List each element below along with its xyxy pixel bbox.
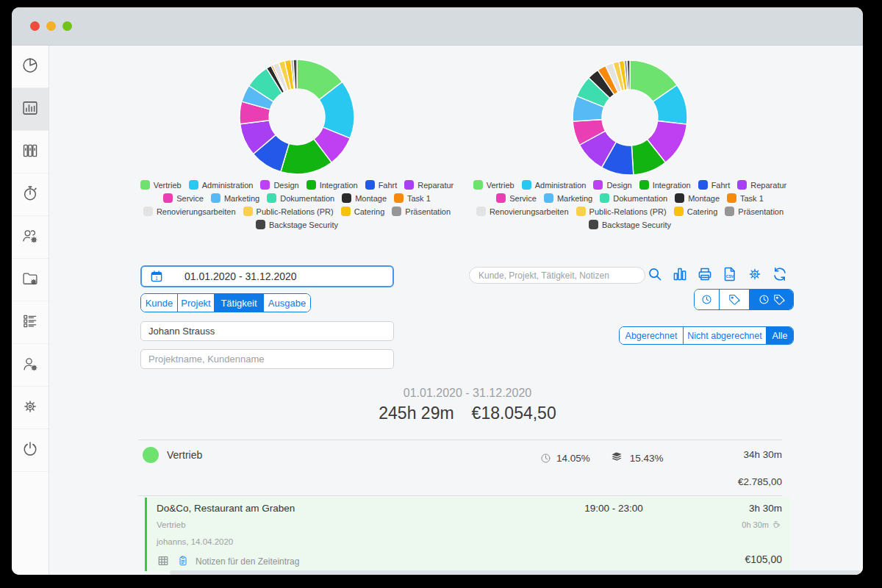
legend-swatch <box>243 207 253 216</box>
sidebar-item-settings-gear[interactable] <box>12 387 49 429</box>
minimize-window-button[interactable] <box>46 21 56 31</box>
project-filter-input[interactable] <box>140 349 394 369</box>
divider <box>138 495 782 496</box>
legend-item: Design <box>260 180 298 190</box>
sync-icon[interactable] <box>771 265 789 283</box>
legend-item: Integration <box>306 180 358 190</box>
tab-projekt[interactable]: Projekt <box>178 294 215 312</box>
legend-label: Montage <box>355 194 387 203</box>
entry-title: Do&Co, Restaurant am Graben <box>157 503 295 514</box>
bar-chart-icon <box>21 98 40 121</box>
legend-label: Renovierungsarbeiten <box>157 207 236 216</box>
sidebar-item-bar-chart[interactable] <box>12 88 49 131</box>
legend-item: Backstage Security <box>256 220 338 229</box>
timesheet-grid-icon <box>157 554 170 567</box>
tag-icon <box>773 293 786 306</box>
toggle-clock[interactable] <box>695 290 720 309</box>
category-total-time: 34h 30m <box>743 449 782 460</box>
legend-label: Service <box>176 194 204 203</box>
svg-text:CSV: CSV <box>726 274 734 279</box>
activity-filter-input[interactable] <box>140 321 394 341</box>
legend-label: Reparatur <box>750 181 786 190</box>
category-group-row[interactable]: Vertrieb 14.05% 15.43% <box>143 440 790 495</box>
legend-item: Renovierungsarbeiten <box>143 207 236 216</box>
legend-item: Dokumentation <box>267 193 334 203</box>
legend-swatch <box>675 193 684 203</box>
report-type-tabs: KundeProjektTätigkeitAusgabe <box>140 293 311 312</box>
legend-swatch <box>639 180 649 190</box>
bar-chart-small-icon[interactable] <box>671 265 689 283</box>
stopwatch-icon <box>21 184 40 206</box>
billing-filter-abgerechnet[interactable]: Abgerechnet <box>620 327 684 344</box>
billing-filter-alle[interactable]: Alle <box>767 327 793 344</box>
printer-icon[interactable] <box>696 265 714 283</box>
settings-gear-icon[interactable] <box>746 265 764 283</box>
legend-item: Administration <box>522 180 587 190</box>
legend-item: Montage <box>342 193 387 203</box>
file-csv-icon[interactable]: CSV <box>721 265 739 283</box>
legend-label: Backstage Security <box>602 220 671 229</box>
entry-category: Vertrieb <box>157 520 186 529</box>
tab-ausgabe[interactable]: Ausgabe <box>264 294 310 312</box>
legend-swatch <box>342 193 351 203</box>
sidebar-item-stopwatch[interactable] <box>12 173 49 216</box>
sidebar-item-power[interactable] <box>12 429 49 472</box>
legend-label: Integration <box>653 181 691 190</box>
search-input[interactable] <box>469 267 645 284</box>
sidebar-item-pie-chart[interactable] <box>12 46 49 88</box>
legend-item: Integration <box>639 180 691 190</box>
sidebar <box>12 46 49 575</box>
legend-label: Design <box>273 181 298 190</box>
legend-item: Service <box>496 193 537 203</box>
legend-swatch <box>394 193 404 203</box>
legend-item: Fahrt <box>365 180 398 190</box>
legend-item: Backstage Security <box>589 220 671 229</box>
legend-label: Public-Relations (PR) <box>257 207 334 216</box>
pie-chart-icon <box>21 56 40 78</box>
legend-item: Marketing <box>211 193 259 203</box>
clock-icon <box>700 293 713 306</box>
summary-totals: 245h 29m €18.054,50 <box>145 404 790 423</box>
close-window-button[interactable] <box>30 21 40 31</box>
amount-percent: 15.43% <box>630 453 664 464</box>
time-chart-legend: VertriebAdministrationDesignIntegrationF… <box>124 180 470 233</box>
revenue-donut-chart <box>567 55 692 180</box>
zoom-window-button[interactable] <box>62 21 72 31</box>
legend-item: Vertrieb <box>473 180 514 190</box>
legend-swatch <box>674 207 684 216</box>
sidebar-item-team-settings[interactable] <box>12 216 49 259</box>
legend-item: Public-Relations (PR) <box>243 207 334 216</box>
legend-label: Reparatur <box>417 181 453 190</box>
billing-filter-nicht-abgerechnet[interactable]: Nicht abgerechnet <box>684 327 767 344</box>
legend-swatch <box>189 180 198 190</box>
sidebar-item-user-settings[interactable] <box>12 344 49 387</box>
tab-tätigkeit[interactable]: Tätigkeit <box>215 294 264 312</box>
tab-kunde[interactable]: Kunde <box>141 294 178 312</box>
clock-icon <box>758 293 770 306</box>
power-icon <box>21 440 40 462</box>
horizontal-scrollbar[interactable] <box>170 570 861 575</box>
date-range-picker[interactable]: 1 01.01.2020 - 31.12.2020 <box>140 265 394 287</box>
user-settings-icon <box>21 354 40 376</box>
category-stats: 14.05% 15.43% <box>539 448 664 468</box>
legend-item: Public-Relations (PR) <box>576 207 667 216</box>
legend-label: Public-Relations (PR) <box>589 207 667 216</box>
sidebar-item-project-folder-settings[interactable] <box>12 259 49 301</box>
legend-label: Präsentation <box>738 207 784 216</box>
search-icon[interactable] <box>646 265 664 283</box>
archive-binders-icon <box>21 141 40 163</box>
legend-swatch <box>496 193 506 203</box>
time-entry-row[interactable]: Do&Co, Restaurant am Graben 19:00 - 23:0… <box>145 498 790 571</box>
legend-swatch <box>589 220 598 229</box>
legend-item: Catering <box>674 207 718 216</box>
category-label: Vertrieb <box>167 449 202 461</box>
sidebar-item-task-list[interactable] <box>12 301 49 344</box>
legend-label: Administration <box>202 181 254 190</box>
toggle-tag[interactable] <box>720 290 750 309</box>
entry-time-range: 19:00 - 23:00 <box>559 503 669 514</box>
legend-swatch <box>522 180 531 190</box>
sidebar-item-archive-binders[interactable] <box>12 131 49 173</box>
legend-label: Vertrieb <box>154 181 182 190</box>
toggle-clock-tag[interactable] <box>750 290 793 309</box>
legend-item: Catering <box>341 207 385 216</box>
